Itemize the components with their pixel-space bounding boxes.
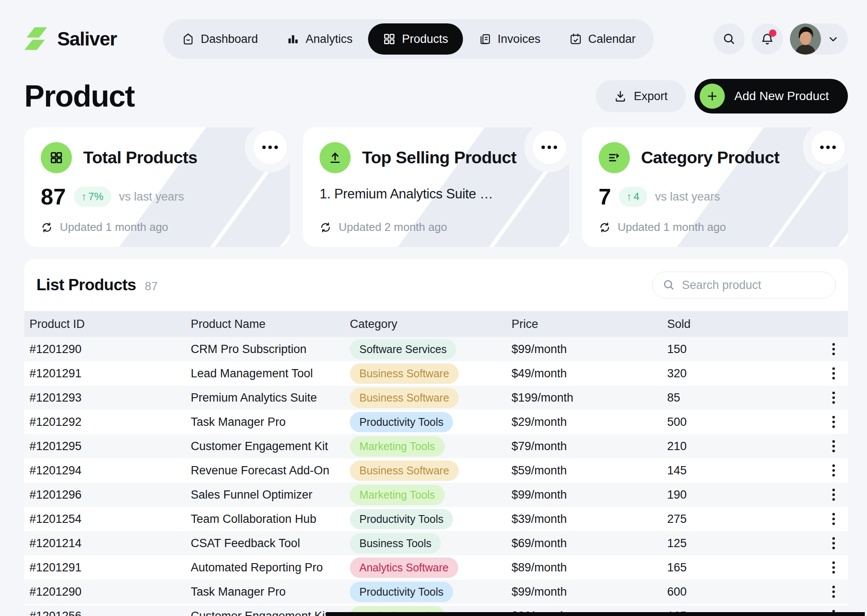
product-name: Task Manager Pro [191, 415, 350, 429]
notification-dot [769, 29, 776, 37]
product-id: #1201291 [29, 561, 191, 574]
row-menu-button[interactable] [829, 388, 838, 407]
updated-label: Updated 1 month ago [618, 220, 726, 234]
product-id: #1201295 [29, 440, 191, 453]
table-row: #1201254 Team Collaboration Hub Producti… [24, 507, 848, 531]
product-id: #1201254 [29, 512, 191, 526]
product-name: Sales Funnel Optimizer [191, 488, 350, 502]
add-label: Add New Product [734, 89, 829, 103]
col-price: Price [512, 318, 667, 331]
product-price: $99/month [512, 585, 667, 599]
row-menu-button[interactable] [829, 461, 838, 480]
col-sold: Sold [667, 318, 818, 331]
category-badge: Software Services [350, 339, 456, 360]
product-sold: 150 [667, 343, 818, 356]
table-header-row: Product ID Product Name Category Price S… [24, 311, 848, 337]
product-price: $49/month [512, 367, 667, 380]
product-sold: 190 [667, 488, 818, 502]
table-row: #1201290 Task Manager Pro Productivity T… [24, 580, 848, 604]
card-menu-button[interactable] [532, 130, 567, 165]
product-id: #1201256 [29, 610, 191, 616]
product-name: CSAT Feedback Tool [191, 537, 350, 550]
nav-label: Dashboard [201, 32, 258, 46]
bar-chart-icon [287, 32, 300, 45]
card-menu-button[interactable] [253, 130, 287, 165]
products-table-card: List Products 87 Product ID Product Name… [24, 259, 848, 606]
category-badge: Productivity Tools [350, 412, 453, 432]
export-button[interactable]: Export [596, 80, 686, 112]
add-new-product-button[interactable]: Add New Product [694, 79, 848, 113]
category-badge: Marketing Tools [350, 436, 445, 457]
main-nav: Dashboard Analytics Product [163, 19, 654, 59]
product-name: Lead Management Tool [191, 367, 350, 380]
table-row: #1201214 CSAT Feedback Tool Business Too… [24, 531, 848, 555]
brand-name: Saliver [57, 28, 117, 50]
product-sold: 500 [667, 415, 818, 429]
product-sold: 320 [667, 367, 818, 380]
card-value: 7 [599, 184, 611, 210]
product-id: #1201294 [29, 464, 191, 477]
nav-item-products[interactable]: Products [368, 23, 463, 55]
nav-item-analytics[interactable]: Analytics [274, 23, 365, 55]
product-name: CRM Pro Subscription [191, 343, 350, 356]
product-sold: 275 [667, 512, 818, 526]
product-id: #1201290 [29, 343, 191, 356]
product-sold: 125 [667, 537, 818, 550]
table-search [652, 272, 836, 298]
row-menu-button[interactable] [829, 364, 838, 383]
header-actions [714, 23, 848, 55]
product-name: Automated Reporting Pro [191, 561, 350, 574]
table-row: #1201291 Automated Reporting Pro Analyti… [24, 555, 848, 580]
upload-icon [319, 142, 351, 173]
page-hero: Product Export Add New Product [24, 79, 848, 113]
nav-label: Products [402, 32, 448, 46]
search-product-input[interactable] [652, 272, 836, 298]
category-list-icon [599, 142, 630, 173]
category-badge: Productivity Tools [350, 509, 453, 529]
category-badge: Analytics Software [350, 558, 458, 578]
search-button[interactable] [714, 23, 745, 55]
search-icon [722, 32, 736, 46]
category-badge: Productivity Tools [350, 582, 453, 602]
compare-label: vs last years [119, 190, 184, 204]
card-menu-button[interactable] [811, 130, 845, 165]
product-sold: 145 [667, 464, 818, 477]
nav-item-calendar[interactable]: Calendar [556, 23, 649, 55]
nav-label: Analytics [306, 32, 352, 46]
row-menu-button[interactable] [829, 437, 838, 456]
bottom-bar [326, 612, 865, 616]
category-badge: Business Software [350, 363, 459, 384]
product-price: $99/month [512, 488, 667, 502]
row-menu-button[interactable] [829, 485, 838, 504]
row-menu-button[interactable] [829, 412, 838, 431]
row-menu-button[interactable] [829, 582, 838, 601]
table-count: 87 [145, 280, 158, 293]
nav-item-dashboard[interactable]: Dashboard [169, 23, 271, 55]
refresh-icon [41, 221, 53, 233]
user-menu[interactable] [790, 23, 848, 55]
page-title: Product [24, 79, 134, 113]
product-price: $99/month [512, 343, 667, 356]
nav-label: Calendar [588, 32, 636, 46]
category-badge: Business Software [350, 388, 459, 408]
card-title: Top Selling Product [362, 148, 516, 167]
row-menu-button[interactable] [829, 558, 838, 577]
row-menu-button[interactable] [829, 509, 838, 528]
nav-item-invoices[interactable]: Invoices [466, 23, 554, 55]
download-icon [614, 90, 627, 103]
notifications-button[interactable] [752, 23, 783, 55]
row-menu-button[interactable] [829, 534, 838, 553]
row-menu-button[interactable] [829, 340, 838, 359]
export-label: Export [634, 90, 668, 103]
grid-icon [41, 142, 72, 173]
updated-label: Updated 2 month ago [339, 220, 447, 234]
product-sold: 210 [667, 440, 818, 453]
top-selling-product-card: Top Selling Product 1. Premium Analytics… [303, 127, 569, 247]
col-product-name: Product Name [191, 318, 350, 331]
brand-logo[interactable]: Saliver [24, 27, 117, 51]
product-id: #1201292 [29, 415, 191, 429]
grid-icon [383, 32, 396, 45]
product-price: $39/month [512, 512, 667, 526]
total-products-card: Total Products 87 ↑ 7% vs last years Upd… [24, 127, 290, 247]
table-title: List Products [36, 276, 136, 294]
